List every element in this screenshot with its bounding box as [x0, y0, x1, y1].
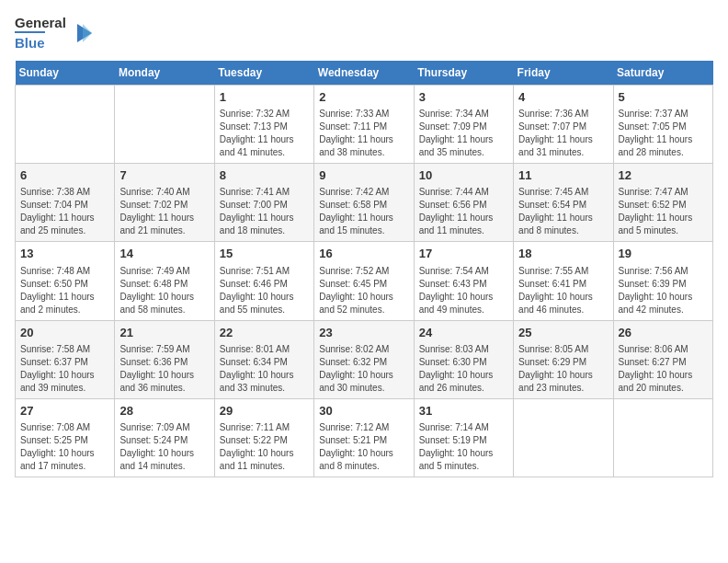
day-number: 3	[419, 89, 508, 106]
day-cell: 5Sunrise: 7:37 AM Sunset: 7:05 PM Daylig…	[613, 86, 712, 164]
day-cell: 4Sunrise: 7:36 AM Sunset: 7:07 PM Daylig…	[514, 86, 613, 164]
page-header: General Blue	[15, 15, 713, 52]
day-info: Sunrise: 8:06 AM Sunset: 6:27 PM Dayligh…	[619, 343, 708, 395]
day-number: 19	[619, 246, 708, 262]
day-info: Sunrise: 7:41 AM Sunset: 7:00 PM Dayligh…	[220, 186, 309, 237]
day-number: 28	[119, 403, 209, 419]
day-info: Sunrise: 8:01 AM Sunset: 6:34 PM Dayligh…	[220, 343, 309, 395]
day-cell: 26Sunrise: 8:06 AM Sunset: 6:27 PM Dayli…	[613, 320, 712, 398]
day-cell: 29Sunrise: 7:11 AM Sunset: 5:22 PM Dayli…	[214, 398, 313, 477]
day-cell: 20Sunrise: 7:58 AM Sunset: 6:37 PM Dayli…	[16, 320, 115, 398]
day-number: 25	[518, 325, 608, 341]
day-info: Sunrise: 7:44 AM Sunset: 6:56 PM Dayligh…	[419, 186, 508, 237]
day-cell: 10Sunrise: 7:44 AM Sunset: 6:56 PM Dayli…	[414, 164, 513, 242]
day-info: Sunrise: 7:56 AM Sunset: 6:39 PM Dayligh…	[619, 265, 708, 316]
day-number: 9	[319, 167, 408, 184]
day-cell: 16Sunrise: 7:52 AM Sunset: 6:45 PM Dayli…	[314, 242, 414, 320]
day-info: Sunrise: 7:11 AM Sunset: 5:22 PM Dayligh…	[220, 421, 309, 473]
week-row-5: 27Sunrise: 7:08 AM Sunset: 5:25 PM Dayli…	[16, 398, 713, 477]
weekday-header-sunday: Sunday	[16, 61, 115, 86]
day-cell: 15Sunrise: 7:51 AM Sunset: 6:46 PM Dayli…	[214, 242, 313, 320]
day-number: 5	[619, 89, 708, 106]
day-number: 14	[119, 246, 209, 262]
day-cell: 18Sunrise: 7:55 AM Sunset: 6:41 PM Dayli…	[514, 242, 613, 320]
weekday-header-row: SundayMondayTuesdayWednesdayThursdayFrid…	[16, 61, 713, 86]
day-number: 22	[220, 325, 309, 341]
day-cell: 12Sunrise: 7:47 AM Sunset: 6:52 PM Dayli…	[613, 164, 712, 242]
day-info: Sunrise: 8:02 AM Sunset: 6:32 PM Dayligh…	[319, 343, 408, 395]
day-number: 30	[319, 403, 408, 419]
day-number: 31	[419, 403, 508, 419]
day-number: 23	[319, 325, 408, 341]
day-info: Sunrise: 7:14 AM Sunset: 5:19 PM Dayligh…	[419, 421, 508, 473]
day-number: 10	[419, 167, 508, 184]
day-cell: 17Sunrise: 7:54 AM Sunset: 6:43 PM Dayli…	[414, 242, 513, 320]
day-cell	[613, 398, 712, 477]
day-cell: 24Sunrise: 8:03 AM Sunset: 6:30 PM Dayli…	[414, 320, 513, 398]
day-info: Sunrise: 7:32 AM Sunset: 7:13 PM Dayligh…	[220, 108, 309, 159]
day-cell: 31Sunrise: 7:14 AM Sunset: 5:19 PM Dayli…	[414, 398, 513, 477]
day-cell: 11Sunrise: 7:45 AM Sunset: 6:54 PM Dayli…	[514, 164, 613, 242]
day-number: 4	[518, 89, 608, 106]
day-info: Sunrise: 7:52 AM Sunset: 6:45 PM Dayligh…	[319, 265, 408, 316]
weekday-header-friday: Friday	[514, 61, 613, 86]
calendar-table: SundayMondayTuesdayWednesdayThursdayFrid…	[15, 61, 713, 477]
day-cell: 28Sunrise: 7:09 AM Sunset: 5:24 PM Dayli…	[115, 398, 214, 477]
day-cell	[115, 86, 214, 164]
svg-marker-1	[83, 24, 92, 42]
day-number: 13	[20, 246, 109, 262]
week-row-4: 20Sunrise: 7:58 AM Sunset: 6:37 PM Dayli…	[16, 320, 713, 398]
day-info: Sunrise: 8:05 AM Sunset: 6:29 PM Dayligh…	[518, 343, 608, 395]
day-cell: 14Sunrise: 7:49 AM Sunset: 6:48 PM Dayli…	[115, 242, 214, 320]
day-cell: 1Sunrise: 7:32 AM Sunset: 7:13 PM Daylig…	[214, 86, 313, 164]
weekday-header-wednesday: Wednesday	[314, 61, 414, 86]
day-info: Sunrise: 7:45 AM Sunset: 6:54 PM Dayligh…	[518, 186, 608, 237]
day-cell: 6Sunrise: 7:38 AM Sunset: 7:04 PM Daylig…	[16, 164, 115, 242]
day-info: Sunrise: 7:42 AM Sunset: 6:58 PM Dayligh…	[319, 186, 408, 237]
day-number: 2	[319, 89, 408, 106]
day-number: 7	[119, 167, 209, 184]
day-number: 17	[419, 246, 508, 262]
day-info: Sunrise: 7:47 AM Sunset: 6:52 PM Dayligh…	[619, 186, 708, 237]
day-number: 6	[20, 167, 109, 184]
day-info: Sunrise: 7:09 AM Sunset: 5:24 PM Dayligh…	[119, 421, 209, 473]
day-info: Sunrise: 7:40 AM Sunset: 7:02 PM Dayligh…	[119, 186, 209, 237]
weekday-header-tuesday: Tuesday	[214, 61, 313, 86]
day-cell: 7Sunrise: 7:40 AM Sunset: 7:02 PM Daylig…	[115, 164, 214, 242]
day-cell: 30Sunrise: 7:12 AM Sunset: 5:21 PM Dayli…	[314, 398, 414, 477]
day-info: Sunrise: 7:33 AM Sunset: 7:11 PM Dayligh…	[319, 108, 408, 159]
week-row-2: 6Sunrise: 7:38 AM Sunset: 7:04 PM Daylig…	[16, 164, 713, 242]
day-info: Sunrise: 7:49 AM Sunset: 6:48 PM Dayligh…	[119, 265, 209, 316]
day-number: 12	[619, 167, 708, 184]
day-cell: 21Sunrise: 7:59 AM Sunset: 6:36 PM Dayli…	[115, 320, 214, 398]
logo-general: General	[15, 15, 66, 31]
logo-blue: Blue	[15, 31, 45, 52]
day-cell	[514, 398, 613, 477]
day-info: Sunrise: 7:38 AM Sunset: 7:04 PM Dayligh…	[20, 186, 109, 237]
day-cell: 25Sunrise: 8:05 AM Sunset: 6:29 PM Dayli…	[514, 320, 613, 398]
day-number: 18	[518, 246, 608, 262]
day-info: Sunrise: 7:48 AM Sunset: 6:50 PM Dayligh…	[20, 265, 109, 316]
day-cell: 8Sunrise: 7:41 AM Sunset: 7:00 PM Daylig…	[214, 164, 313, 242]
day-number: 27	[20, 403, 109, 419]
logo: General Blue	[15, 15, 96, 52]
logo-chevron-icon	[70, 20, 96, 46]
logo-text-block: General Blue	[15, 15, 66, 52]
day-cell: 23Sunrise: 8:02 AM Sunset: 6:32 PM Dayli…	[314, 320, 414, 398]
day-info: Sunrise: 8:03 AM Sunset: 6:30 PM Dayligh…	[419, 343, 508, 395]
day-info: Sunrise: 7:55 AM Sunset: 6:41 PM Dayligh…	[518, 265, 608, 316]
day-cell: 19Sunrise: 7:56 AM Sunset: 6:39 PM Dayli…	[613, 242, 712, 320]
weekday-header-monday: Monday	[115, 61, 214, 86]
day-number: 20	[20, 325, 109, 341]
day-cell: 22Sunrise: 8:01 AM Sunset: 6:34 PM Dayli…	[214, 320, 313, 398]
weekday-header-thursday: Thursday	[414, 61, 513, 86]
week-row-3: 13Sunrise: 7:48 AM Sunset: 6:50 PM Dayli…	[16, 242, 713, 320]
week-row-1: 1Sunrise: 7:32 AM Sunset: 7:13 PM Daylig…	[16, 86, 713, 164]
day-cell: 27Sunrise: 7:08 AM Sunset: 5:25 PM Dayli…	[16, 398, 115, 477]
day-cell: 9Sunrise: 7:42 AM Sunset: 6:58 PM Daylig…	[314, 164, 414, 242]
day-cell	[16, 86, 115, 164]
day-number: 11	[518, 167, 608, 184]
day-number: 16	[319, 246, 408, 262]
day-info: Sunrise: 7:59 AM Sunset: 6:36 PM Dayligh…	[119, 343, 209, 395]
day-info: Sunrise: 7:58 AM Sunset: 6:37 PM Dayligh…	[20, 343, 109, 395]
